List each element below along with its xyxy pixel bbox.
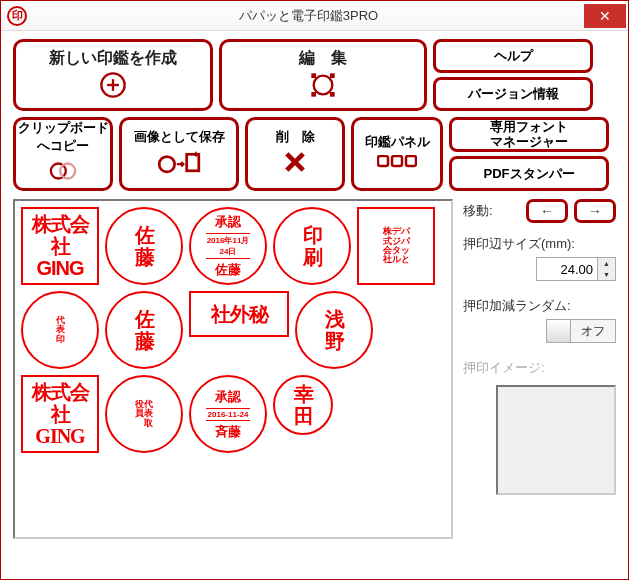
stamp-panel-label: 印鑑パネル (365, 133, 430, 151)
edit-label: 編 集 (299, 48, 347, 69)
svg-rect-5 (330, 73, 335, 78)
svg-rect-4 (311, 73, 316, 78)
stamp-item[interactable]: 株デパ 式ジパ 会タッ 社ルと (357, 207, 435, 285)
svg-rect-11 (187, 154, 199, 171)
svg-rect-7 (330, 92, 335, 97)
stamp-item[interactable]: 佐 藤 (105, 291, 183, 369)
delete-label: 削 除 (276, 128, 315, 146)
stamp-item[interactable]: 株式会社 GING (21, 207, 99, 285)
svg-point-3 (314, 75, 333, 94)
preview-box (496, 385, 616, 495)
save-image-icon (157, 148, 201, 180)
help-label: ヘルプ (494, 47, 533, 65)
stamp-item[interactable]: 印 刷 (273, 207, 351, 285)
random-toggle[interactable]: オフ (546, 319, 616, 343)
save-image-button[interactable]: 画像として保存 (119, 117, 239, 191)
app-icon: 印 (7, 6, 27, 26)
arrow-left-icon: ← (540, 203, 554, 219)
stamp-item[interactable]: 承認2016年11月24日佐藤 (189, 207, 267, 285)
clipboard-label: クリップボード へコピー (18, 119, 109, 155)
random-state: オフ (571, 320, 615, 342)
stamp-item[interactable]: 佐 藤 (105, 207, 183, 285)
help-button[interactable]: ヘルプ (433, 39, 593, 73)
plus-circle-icon (99, 71, 127, 103)
stamp-item[interactable]: 代 表 印 (21, 291, 99, 369)
stamp-list[interactable]: 株式会社 GING佐 藤承認2016年11月24日佐藤印 刷株デパ 式ジパ 会タ… (13, 199, 453, 539)
size-spin-down[interactable]: ▼ (598, 269, 615, 280)
save-image-label: 画像として保存 (134, 128, 225, 146)
svg-rect-15 (392, 156, 402, 166)
panel-squares-icon (377, 153, 417, 175)
move-left-button[interactable]: ← (526, 199, 568, 223)
svg-rect-14 (378, 156, 388, 166)
size-input-group: ▲ ▼ (536, 257, 616, 281)
toggle-knob-icon (547, 320, 571, 342)
pdf-stamper-label: PDFスタンパー (484, 165, 575, 183)
move-right-button[interactable]: → (574, 199, 616, 223)
titlebar: 印 パパッと電子印鑑3PRO ✕ (1, 1, 628, 31)
clipboard-rings-icon (49, 157, 77, 189)
edit-button[interactable]: 編 集 (219, 39, 427, 111)
close-button[interactable]: ✕ (584, 4, 626, 28)
stamp-item[interactable]: 役代 員表 取 (105, 375, 183, 453)
stamp-item[interactable]: 承認2016-11-24斉藤 (189, 375, 267, 453)
clipboard-copy-button[interactable]: クリップボード へコピー (13, 117, 113, 191)
create-stamp-button[interactable]: 新しい印鑑を作成 (13, 39, 213, 111)
delete-button[interactable]: 削 除 (245, 117, 345, 191)
stamp-item[interactable]: 社外秘 (189, 291, 289, 337)
size-input[interactable] (537, 258, 597, 280)
font-manager-button[interactable]: 専用フォント マネージャー (449, 117, 609, 152)
svg-point-10 (159, 157, 174, 172)
version-button[interactable]: バージョン情報 (433, 77, 593, 111)
preview-label: 押印イメージ: (463, 359, 616, 377)
random-label: 押印加減ランダム: (463, 297, 616, 315)
stamp-item[interactable]: 幸 田 (273, 375, 333, 435)
svg-rect-16 (406, 156, 416, 166)
size-label: 押印辺サイズ(mm): (463, 235, 616, 253)
font-manager-label: 専用フォント マネージャー (490, 120, 568, 149)
svg-point-9 (60, 164, 75, 179)
stamp-item[interactable]: 浅 野 (295, 291, 373, 369)
svg-rect-6 (311, 92, 316, 97)
create-stamp-label: 新しい印鑑を作成 (49, 48, 177, 69)
version-label: バージョン情報 (468, 85, 559, 103)
stamp-item[interactable]: 株式会社 GING (21, 375, 99, 453)
window-title: パパッと電子印鑑3PRO (33, 7, 584, 25)
arrow-right-icon: → (588, 203, 602, 219)
size-spin-up[interactable]: ▲ (598, 258, 615, 269)
stamp-panel-button[interactable]: 印鑑パネル (351, 117, 443, 191)
delete-x-icon (281, 148, 309, 180)
pdf-stamper-button[interactable]: PDFスタンパー (449, 156, 609, 191)
edit-handles-icon (309, 71, 337, 103)
move-label: 移動: (463, 202, 493, 220)
